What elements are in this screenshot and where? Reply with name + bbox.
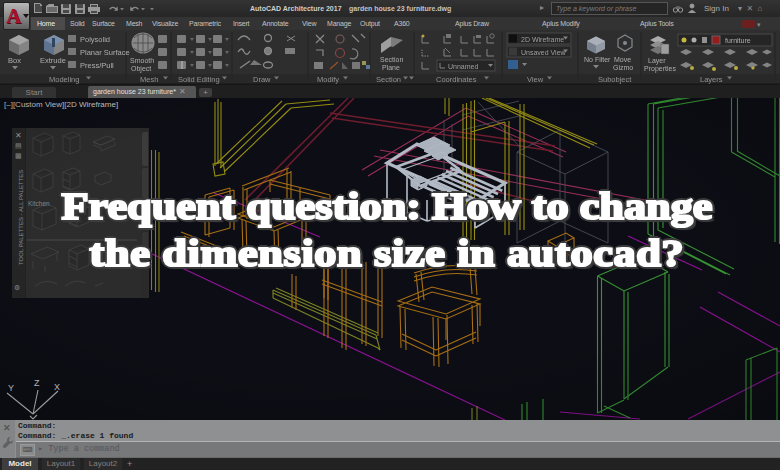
svg-text:Coordinates: Coordinates (436, 75, 477, 84)
svg-text:View: View (527, 75, 544, 84)
svg-text:No Filter: No Filter (584, 56, 611, 63)
svg-text:Modify: Modify (317, 75, 339, 84)
svg-text:Object: Object (131, 65, 151, 73)
svg-text:Press/Pull: Press/Pull (80, 61, 114, 70)
svg-text:Layer: Layer (648, 57, 666, 65)
svg-text:Layers: Layers (700, 75, 723, 84)
svg-text:Subobject: Subobject (598, 75, 632, 84)
svg-text:Properties: Properties (644, 65, 676, 73)
svg-text:2D Wireframe: 2D Wireframe (521, 36, 564, 43)
svg-text:Modeling: Modeling (49, 75, 79, 84)
svg-text:Move: Move (614, 56, 631, 63)
svg-text:Unnamed: Unnamed (448, 63, 478, 70)
svg-text:Smooth: Smooth (130, 57, 154, 64)
svg-text:Gizmo: Gizmo (613, 64, 633, 71)
svg-text:Draw: Draw (253, 75, 271, 84)
svg-text:Solid Editing: Solid Editing (178, 75, 220, 84)
svg-text:Section: Section (376, 75, 401, 84)
svg-text:Polysolid: Polysolid (80, 35, 110, 44)
svg-text:Extrude: Extrude (40, 56, 66, 65)
svg-text:Section: Section (380, 56, 403, 63)
svg-text:Unsaved View: Unsaved View (521, 49, 567, 56)
svg-text:furniture: furniture (725, 37, 751, 44)
svg-text:Plane: Plane (382, 64, 400, 71)
svg-text:Planar Surface: Planar Surface (80, 48, 130, 57)
svg-text:Mesh: Mesh (140, 75, 158, 84)
svg-text:Box: Box (8, 56, 21, 65)
